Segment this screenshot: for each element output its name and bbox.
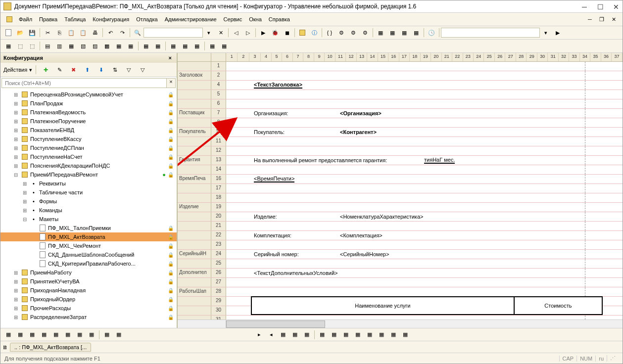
bt19-icon[interactable]: ▦ <box>352 329 363 340</box>
row-number[interactable]: 2 <box>211 71 226 80</box>
row-cells[interactable] <box>226 278 623 287</box>
tree-toggle-icon[interactable]: ⊞ <box>12 288 19 293</box>
row-cells[interactable] <box>226 137 623 146</box>
close-button[interactable]: ✕ <box>613 3 620 10</box>
row-cells[interactable]: Наименование услугиСтоимость <box>226 297 623 306</box>
row-number[interactable]: 19 <box>211 203 226 212</box>
col-header[interactable]: 25 <box>484 53 494 61</box>
row-number[interactable]: 28 <box>211 287 226 296</box>
sheet-row[interactable]: 20Изделие:<НоменклатураХарактеристика> <box>178 212 623 222</box>
t5-icon[interactable]: ▨ <box>90 41 100 51</box>
t13-icon[interactable]: ▦ <box>192 41 202 51</box>
tree-item[interactable]: ⊞•Реквизиты <box>0 179 177 188</box>
bt3-icon[interactable]: ▦ <box>27 329 38 340</box>
tree-item[interactable]: ПФ_MXL_АктВозврата🔒 <box>0 232 177 241</box>
t14-icon[interactable]: ▦ <box>207 41 218 51</box>
actions-label[interactable]: Действия <box>3 67 27 73</box>
menu-Конфигурация[interactable]: Конфигурация <box>89 15 133 24</box>
print-icon[interactable]: 🖶 <box>90 27 100 38</box>
cfg-icon[interactable] <box>297 27 308 38</box>
tree-toggle-icon[interactable]: ⊞ <box>21 199 28 204</box>
col-header[interactable]: 37 <box>612 53 622 61</box>
bt22-icon[interactable]: ▦ <box>388 329 399 340</box>
debug-icon[interactable]: 🐞 <box>270 27 281 38</box>
tool3-icon[interactable]: ⚙ <box>360 27 371 38</box>
save-icon[interactable]: 💾 <box>27 27 38 38</box>
t3-icon[interactable]: ▦ <box>66 41 77 51</box>
row-number[interactable]: 29 <box>211 297 226 306</box>
cut-icon[interactable]: ✂ <box>42 27 53 38</box>
row-cells[interactable]: <ТекстДополнительныхУсловий> <box>226 269 623 277</box>
col-header[interactable]: 36 <box>601 53 612 61</box>
col-header[interactable]: 9 <box>314 53 325 61</box>
row-number[interactable]: 18 <box>211 193 226 202</box>
panel-close-icon[interactable]: × <box>167 55 174 61</box>
bt4-icon[interactable]: ▦ <box>39 329 49 340</box>
hscroll-thumb[interactable] <box>226 320 325 328</box>
tree-item[interactable]: ⊟ПриемИПередачаВРемонт●🔒 <box>0 170 177 179</box>
app-menu-icon[interactable] <box>4 14 15 25</box>
sheet-row[interactable]: 14 <box>178 165 623 175</box>
col-header[interactable]: 13 <box>357 53 367 61</box>
tree-toggle-icon[interactable]: ⊞ <box>12 154 19 160</box>
sheet-row[interactable]: 29Наименование услугиСтоимость <box>178 297 623 306</box>
col-header[interactable]: 16 <box>388 53 399 61</box>
split-icon[interactable]: ⬚ <box>27 41 38 51</box>
tree-toggle-icon[interactable]: ⊞ <box>12 306 19 311</box>
bt7-icon[interactable]: ▦ <box>74 329 85 340</box>
sheet-row[interactable]: 17 <box>178 184 623 193</box>
run-icon[interactable]: ▶ <box>258 27 269 38</box>
row-number[interactable]: 30 <box>211 306 226 315</box>
col-header[interactable]: 10 <box>325 53 335 61</box>
act-edit-icon[interactable]: ✎ <box>54 64 65 75</box>
maximize-button[interactable]: ☐ <box>597 3 604 10</box>
bt23-icon[interactable]: ▦ <box>400 329 411 340</box>
col-header[interactable]: 1 <box>226 53 238 61</box>
bt15-icon[interactable]: ▦ <box>301 329 312 340</box>
mdi-close-icon[interactable]: ✕ <box>608 14 619 25</box>
sheet-row[interactable]: 1 <box>178 62 623 71</box>
clock-icon[interactable]: 🕓 <box>426 27 437 38</box>
act-filter-icon[interactable]: ▽ <box>123 64 134 75</box>
act-more-icon[interactable]: ▽ <box>137 64 148 75</box>
t4-icon[interactable]: ▧ <box>78 41 89 51</box>
bt2-icon[interactable]: ▦ <box>15 329 26 340</box>
tree-toggle-icon[interactable]: ⊞ <box>12 270 19 275</box>
tool1-icon[interactable]: ⚙ <box>336 27 347 38</box>
sheet-row[interactable]: 27 <box>178 278 623 287</box>
t15-icon[interactable]: ▦ <box>219 41 230 51</box>
find-dropdown-icon[interactable]: ▾ <box>203 27 214 38</box>
act-del-icon[interactable]: ✖ <box>68 64 79 75</box>
search-clear-icon[interactable]: × <box>167 78 176 88</box>
col-header[interactable]: 3 <box>249 53 261 61</box>
go-icon[interactable]: ▶ <box>552 27 563 38</box>
tree-toggle-icon[interactable]: ⊞ <box>21 181 28 186</box>
t6-icon[interactable]: ▩ <box>101 41 112 51</box>
bt21-icon[interactable]: ▦ <box>376 329 387 340</box>
mdi-minimize-icon[interactable]: ─ <box>584 14 595 25</box>
find-icon[interactable]: 🔍 <box>132 27 143 38</box>
row-cells[interactable] <box>226 240 623 249</box>
tree-item[interactable]: ⊞ПлатежноеПоручение🔒 <box>0 117 177 126</box>
row-number[interactable]: 7 <box>211 109 226 118</box>
tree-toggle-icon[interactable]: ⊞ <box>12 279 19 284</box>
col-header[interactable]: 7 <box>293 53 303 61</box>
syntax-icon[interactable]: { } <box>324 27 335 38</box>
row-number[interactable]: 20 <box>211 212 226 221</box>
copy-icon[interactable]: ⎘ <box>54 27 65 38</box>
bt14-icon[interactable]: ▦ <box>289 329 300 340</box>
row-number[interactable]: 21 <box>211 222 226 230</box>
menu-Сервис[interactable]: Сервис <box>220 15 246 24</box>
row-cells[interactable]: Комплектация:<Комплектация> <box>226 231 623 240</box>
col-header[interactable]: 24 <box>474 53 484 61</box>
sheet-row[interactable]: Гарантия13На выполненный ремонт предоста… <box>178 156 623 165</box>
tree-toggle-icon[interactable]: ⊞ <box>12 315 19 320</box>
sheet-row[interactable]: ВремяПеча16<ВремяПечати> <box>178 175 623 184</box>
col-header[interactable]: 32 <box>559 53 569 61</box>
t2-icon[interactable]: ▥ <box>54 41 65 51</box>
open-icon[interactable]: 📂 <box>15 27 26 38</box>
tree-item[interactable]: ⊞ПоступлениеНаСчет🔒 <box>0 152 177 161</box>
menu-Справка[interactable]: Справка <box>265 15 293 24</box>
sheet-row[interactable]: Заголовок2 <box>178 71 623 81</box>
tree-toggle-icon[interactable]: ⊞ <box>12 163 19 169</box>
